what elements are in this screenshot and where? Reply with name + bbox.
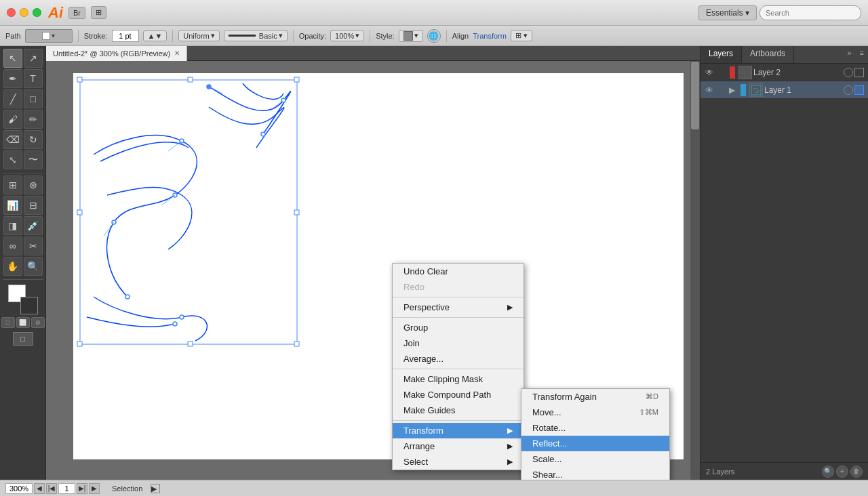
workspace-button[interactable]: ⊞ <box>91 6 106 19</box>
delete-layer-button[interactable]: 🗑 <box>850 466 863 478</box>
sub-move[interactable]: Move... ⇧⌘M <box>521 405 669 420</box>
rotate-tool[interactable]: ↻ <box>24 130 43 149</box>
right-panel: Layers Artboards » ≡ 👁 Layer 2 👁 ▶ <box>700 46 868 480</box>
stroke-input[interactable] <box>112 30 139 42</box>
status-indicator[interactable]: ▶ <box>151 484 160 493</box>
shape-tool[interactable]: □ <box>24 89 43 108</box>
cm-undo-clear[interactable]: Undo Clear <box>393 264 524 279</box>
style-select[interactable]: ▾ <box>399 30 423 42</box>
panel-close-icon[interactable]: ≡ <box>856 46 868 63</box>
next-page-button[interactable]: ▶ <box>89 483 100 494</box>
toolbar-row: Path ▾ Stroke: ▲▼ Uniform ▾ Basic ▾ Opac… <box>0 26 868 46</box>
last-page-button[interactable]: ▶| <box>77 483 87 494</box>
document-tab[interactable]: Untitled-2* @ 300% (RGB/Preview) ✕ <box>46 46 187 61</box>
prev-page-button[interactable]: ◀ <box>34 483 45 494</box>
tool-row-10: ∞ ✂ <box>3 236 43 255</box>
sub-transform-again[interactable]: Transform Again ⌘D <box>521 389 669 405</box>
fill-button[interactable]: □ <box>1 317 15 328</box>
first-page-button[interactable]: |◀ <box>46 483 57 494</box>
free-transform-tool[interactable]: ⊞ <box>3 175 22 194</box>
layer-2-visibility-icon[interactable]: 👁 <box>703 66 715 79</box>
sub-reflect[interactable]: Reflect... <box>521 436 669 451</box>
line-tool[interactable]: ╱ <box>3 89 22 108</box>
cm-perspective[interactable]: Perspective ▶ <box>393 299 524 315</box>
layer-row-2[interactable]: 👁 Layer 2 <box>701 64 868 81</box>
essentials-button[interactable]: Essentials ▾ <box>698 5 757 20</box>
cm-select[interactable]: Select ▶ <box>393 454 524 470</box>
layer-row-1[interactable]: 👁 ▶ Layer 1 <box>701 81 868 99</box>
layer-2-selection[interactable] <box>854 68 864 77</box>
globe-icon[interactable]: 🌐 <box>427 29 441 43</box>
artboards-tab[interactable]: Artboards <box>742 46 794 63</box>
layer-1-lock-icon[interactable] <box>715 84 728 96</box>
bridge-button[interactable]: Br <box>68 7 85 19</box>
select-tool[interactable]: ↖ <box>3 49 22 68</box>
eraser-tool[interactable]: ⌫ <box>3 130 22 149</box>
stroke-color[interactable] <box>20 297 38 314</box>
layer-1-target[interactable] <box>844 85 853 95</box>
basic-select[interactable]: Basic ▾ <box>224 30 288 41</box>
eyedropper-tool[interactable]: 💉 <box>24 216 43 235</box>
direct-select-tool[interactable]: ↗ <box>24 49 43 68</box>
minimize-button[interactable] <box>20 8 28 17</box>
cm-transform[interactable]: Transform ▶ <box>393 423 524 438</box>
arrange-icons[interactable]: ⊞ ▾ <box>511 30 532 41</box>
cm-arrange[interactable]: Arrange ▶ <box>393 438 524 454</box>
warp-tool[interactable]: 〜 <box>24 150 43 169</box>
pencil-tool[interactable]: ✏ <box>24 110 43 129</box>
add-layer-button[interactable]: + <box>836 466 848 478</box>
separator4 <box>370 30 370 42</box>
layer-1-visibility-icon[interactable]: 👁 <box>703 84 715 96</box>
layer-1-selection[interactable] <box>854 85 864 95</box>
mesh-tool[interactable]: ⊟ <box>24 196 43 215</box>
layer-1-expand-icon[interactable]: ▶ <box>729 86 737 94</box>
cm-average[interactable]: Average... <box>393 351 524 367</box>
opacity-select[interactable]: 100% ▾ <box>330 30 364 41</box>
page-input[interactable] <box>58 483 75 494</box>
layer-2-target[interactable] <box>844 68 853 77</box>
sub-scale[interactable]: Scale... <box>521 451 669 467</box>
scale-tool[interactable]: ⤡ <box>3 150 22 169</box>
search-layers-button[interactable]: 🔍 <box>822 466 834 478</box>
blend-tool[interactable]: ∞ <box>3 236 22 255</box>
tab-close-button[interactable]: ✕ <box>174 49 180 57</box>
none-btn[interactable]: ⊘ <box>31 317 45 328</box>
zoom-input[interactable] <box>5 483 33 494</box>
type-tool[interactable]: T <box>24 69 43 88</box>
stroke-arrows[interactable]: ▲▼ <box>143 30 167 41</box>
column-graph-tool[interactable]: 📊 <box>3 196 22 215</box>
transform-label-btn[interactable]: Transform <box>473 32 507 40</box>
svg-point-17 <box>173 322 177 326</box>
gradient-btn[interactable]: ⬜ <box>16 317 30 328</box>
zoom-tool[interactable]: 🔍 <box>24 257 43 276</box>
symbol-tool[interactable]: ⊛ <box>24 175 43 194</box>
layer-2-thumbnail <box>738 66 752 79</box>
scrollbar-thumb[interactable] <box>691 62 699 129</box>
align-label[interactable]: Align <box>452 32 469 40</box>
pen-tool[interactable]: ✒ <box>3 69 22 88</box>
cm-join[interactable]: Join <box>393 335 524 351</box>
close-button[interactable] <box>7 8 16 17</box>
maximize-button[interactable] <box>33 8 41 17</box>
search-input[interactable] <box>760 5 861 20</box>
fill-stroke-selector[interactable]: ▾ <box>25 29 73 43</box>
layers-tab[interactable]: Layers <box>701 46 742 63</box>
cm-make-clipping-mask[interactable]: Make Clipping Mask <box>393 371 524 387</box>
gradient-tool[interactable]: ◨ <box>3 216 22 235</box>
sub-shear[interactable]: Shear... <box>521 467 669 480</box>
cm-make-guides[interactable]: Make Guides <box>393 402 524 418</box>
vertical-scrollbar[interactable] <box>690 61 700 480</box>
scissors-tool[interactable]: ✂ <box>24 236 43 255</box>
arrange-btn[interactable]: ⊞ ▾ <box>511 30 532 41</box>
cm-group[interactable]: Group <box>393 320 524 335</box>
hand-tool[interactable]: ✋ <box>3 257 22 276</box>
cm-make-compound-path[interactable]: Make Compound Path <box>393 387 524 402</box>
paintbrush-tool[interactable]: 🖌 <box>3 110 22 129</box>
uniform-select[interactable]: Uniform ▾ <box>178 30 220 41</box>
svg-rect-4 <box>77 210 82 215</box>
cm-redo[interactable]: Redo <box>393 279 524 295</box>
screen-mode-btn[interactable]: □ <box>13 332 33 346</box>
sub-rotate[interactable]: Rotate... <box>521 420 669 436</box>
panel-options-icon[interactable]: » <box>843 46 855 63</box>
layer-2-lock-icon[interactable] <box>715 66 728 79</box>
